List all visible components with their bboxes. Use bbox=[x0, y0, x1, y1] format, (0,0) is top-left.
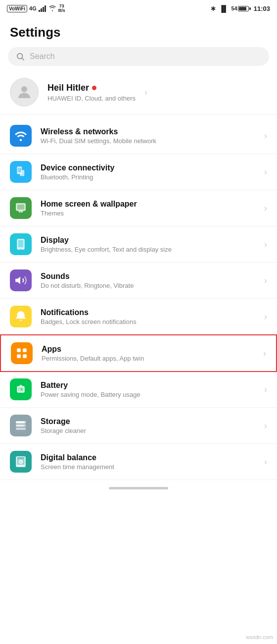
home-screen-icon bbox=[10, 197, 32, 219]
svg-rect-32 bbox=[17, 457, 24, 458]
display-title: Display bbox=[41, 236, 255, 245]
storage-text: Storage Storage cleaner bbox=[41, 417, 255, 434]
settings-item-digital-balance[interactable]: Digital balance Screen time management › bbox=[0, 444, 277, 480]
battery-chevron-icon: › bbox=[264, 384, 267, 395]
storage-subtitle: Storage cleaner bbox=[41, 427, 255, 434]
search-bar[interactable]: Search bbox=[8, 47, 269, 66]
home-screen-chevron-icon: › bbox=[264, 203, 267, 214]
profile-subtitle: HUAWEI ID, Cloud, and others bbox=[47, 95, 136, 102]
status-bar: VoWiFi 4G 73B/s ∗ ▐▌ 54 11:03 bbox=[0, 0, 277, 16]
svg-rect-0 bbox=[39, 10, 40, 12]
settings-item-device-connectivity[interactable]: Device connectivity Bluetooth, Printing … bbox=[0, 154, 277, 190]
wireless-title: Wireless & networks bbox=[41, 127, 255, 136]
settings-item-sounds[interactable]: Sounds Do not disturb, Ringtone, Vibrate… bbox=[0, 263, 277, 299]
sounds-chevron-icon: › bbox=[264, 275, 267, 286]
profile-status-dot bbox=[92, 86, 96, 90]
storage-icon bbox=[10, 415, 32, 436]
home-screen-text: Home screen & wallpaper Themes bbox=[41, 200, 255, 217]
signal-indicator: 4G bbox=[29, 5, 37, 11]
watermark: wsxdn.com bbox=[246, 634, 273, 640]
apps-text: Apps Permissions, Default apps, App twin bbox=[42, 345, 254, 362]
settings-item-storage[interactable]: Storage Storage cleaner › bbox=[0, 408, 277, 444]
svg-point-6 bbox=[21, 86, 27, 92]
device-connectivity-title: Device connectivity bbox=[41, 163, 255, 172]
home-screen-title: Home screen & wallpaper bbox=[41, 200, 255, 209]
bluetooth-icon: ∗ bbox=[210, 4, 216, 12]
settings-item-display[interactable]: Display Brightness, Eye comfort, Text an… bbox=[0, 226, 277, 263]
settings-item-battery[interactable]: Battery Power saving mode, Battery usage… bbox=[0, 372, 277, 408]
time-display: 11:03 bbox=[254, 5, 270, 12]
apps-subtitle: Permissions, Default apps, App twin bbox=[42, 355, 254, 362]
svg-rect-21 bbox=[23, 354, 27, 358]
svg-rect-1 bbox=[41, 8, 42, 12]
sounds-icon bbox=[10, 269, 32, 291]
svg-marker-17 bbox=[15, 276, 20, 284]
digital-balance-title: Digital balance bbox=[41, 453, 255, 462]
storage-title: Storage bbox=[41, 417, 255, 426]
avatar bbox=[10, 78, 39, 107]
svg-rect-15 bbox=[18, 240, 24, 247]
notifications-title: Notifications bbox=[41, 308, 255, 317]
battery-subtitle: Power saving mode, Battery usage bbox=[41, 391, 255, 398]
device-connectivity-subtitle: Bluetooth, Printing bbox=[41, 173, 255, 181]
svg-rect-12 bbox=[17, 204, 24, 210]
wireless-icon bbox=[10, 125, 32, 147]
svg-point-28 bbox=[24, 422, 25, 423]
svg-rect-20 bbox=[17, 354, 21, 358]
svg-rect-27 bbox=[16, 428, 26, 429]
device-connectivity-chevron-icon: › bbox=[264, 167, 267, 177]
svg-line-5 bbox=[22, 58, 24, 60]
speed-indicator: 73B/s bbox=[58, 4, 65, 13]
display-icon bbox=[10, 233, 32, 255]
bottom-bar bbox=[0, 480, 277, 494]
sounds-subtitle: Do not disturb, Ringtone, Vibrate bbox=[41, 282, 255, 289]
profile-row[interactable]: Heil Hitler HUAWEI ID, Cloud, and others… bbox=[0, 70, 277, 115]
profile-info: Heil Hitler HUAWEI ID, Cloud, and others bbox=[47, 83, 136, 102]
vibrate-icon: ▐▌ bbox=[219, 5, 228, 12]
digital-balance-icon bbox=[10, 451, 32, 473]
digital-balance-subtitle: Screen time management bbox=[41, 463, 255, 471]
settings-item-wireless[interactable]: Wireless & networks Wi-Fi, Dual SIM sett… bbox=[0, 118, 277, 154]
svg-rect-19 bbox=[23, 348, 27, 352]
battery-icon: 54 bbox=[231, 5, 251, 11]
svg-point-29 bbox=[24, 425, 25, 426]
notifications-chevron-icon: › bbox=[264, 312, 267, 322]
svg-rect-18 bbox=[17, 348, 21, 352]
battery-title: Battery bbox=[41, 381, 255, 390]
apps-title: Apps bbox=[42, 345, 254, 354]
settings-list: Wireless & networks Wi-Fi, Dual SIM sett… bbox=[0, 118, 277, 480]
notifications-icon bbox=[10, 306, 32, 327]
display-chevron-icon: › bbox=[264, 239, 267, 250]
sounds-text: Sounds Do not disturb, Ringtone, Vibrate bbox=[41, 272, 255, 289]
svg-rect-23 bbox=[20, 385, 22, 386]
display-subtitle: Brightness, Eye comfort, Text and displa… bbox=[41, 246, 255, 253]
page-title: Settings bbox=[0, 16, 277, 47]
battery-level: 54 bbox=[231, 5, 237, 11]
wifi-icon bbox=[48, 5, 56, 12]
svg-rect-10 bbox=[18, 167, 22, 172]
settings-item-home-screen[interactable]: Home screen & wallpaper Themes › bbox=[0, 190, 277, 226]
settings-item-apps[interactable]: Apps Permissions, Default apps, App twin… bbox=[0, 334, 277, 372]
notifications-text: Notifications Badges, Lock screen notifi… bbox=[41, 308, 255, 325]
wireless-text: Wireless & networks Wi-Fi, Dual SIM sett… bbox=[41, 127, 255, 145]
profile-chevron-icon: › bbox=[144, 87, 147, 98]
notifications-subtitle: Badges, Lock screen notifications bbox=[41, 318, 255, 325]
settings-item-notifications[interactable]: Notifications Badges, Lock screen notifi… bbox=[0, 299, 277, 335]
status-right: ∗ ▐▌ 54 11:03 bbox=[210, 4, 270, 12]
apps-chevron-icon: › bbox=[263, 348, 266, 359]
sounds-title: Sounds bbox=[41, 272, 255, 281]
battery-text: Battery Power saving mode, Battery usage bbox=[41, 381, 255, 398]
home-screen-subtitle: Themes bbox=[41, 210, 255, 217]
profile-name: Heil Hitler bbox=[47, 83, 89, 93]
storage-chevron-icon: › bbox=[264, 421, 267, 431]
avatar-icon bbox=[15, 83, 33, 101]
digital-balance-text: Digital balance Screen time management bbox=[41, 453, 255, 471]
svg-point-16 bbox=[20, 249, 21, 250]
battery-settings-icon bbox=[10, 378, 32, 400]
signal-bars-icon bbox=[39, 5, 46, 12]
display-text: Display Brightness, Eye comfort, Text an… bbox=[41, 236, 255, 253]
svg-point-4 bbox=[17, 54, 23, 59]
svg-point-7 bbox=[20, 139, 22, 141]
search-placeholder: Search bbox=[30, 52, 55, 61]
status-left: VoWiFi 4G 73B/s bbox=[7, 4, 65, 13]
